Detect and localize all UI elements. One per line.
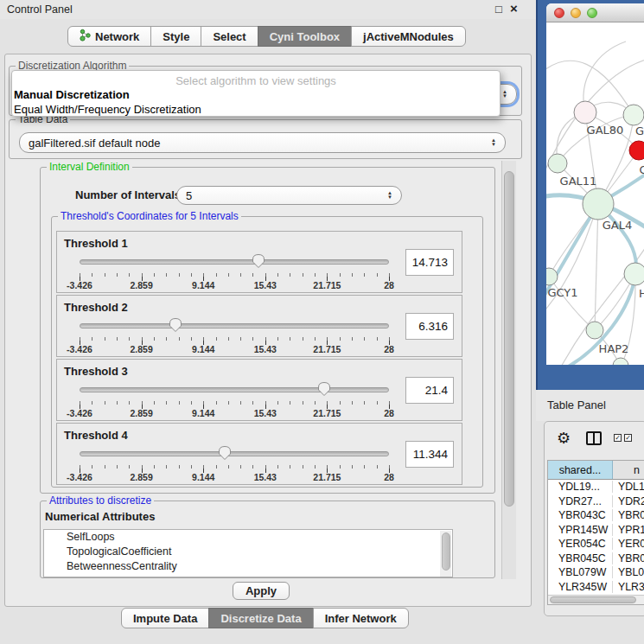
tab-network[interactable]: Network: [67, 26, 151, 47]
table-panel-toolbar: ⚙ ✓ ✓: [545, 422, 644, 456]
apply-button[interactable]: Apply: [233, 582, 290, 600]
node-label: C: [639, 163, 644, 176]
threshold-3-card: Threshold 3 -3.426 2.859 9.144 15.43 21.…: [56, 359, 462, 421]
table-panel-title: Table Panel: [547, 399, 606, 411]
node-gal4[interactable]: [583, 188, 614, 220]
node-hap2[interactable]: [586, 322, 603, 339]
checkbox-icon[interactable]: ✓: [614, 434, 622, 442]
slider-track[interactable]: [80, 451, 389, 456]
screenshot-root: Control Panel □ × Network Style Select: [0, 0, 644, 644]
tab-infer-network[interactable]: Infer Network: [313, 608, 409, 628]
table-row[interactable]: YER054CYER0: [548, 537, 644, 552]
tab-style[interactable]: Style: [150, 26, 201, 47]
checkbox-icon[interactable]: ✓: [624, 434, 632, 442]
cyni-bottom-tabs: Impute Data Discretize Data Infer Networ…: [121, 608, 409, 628]
threshold-1-value-field[interactable]: [405, 249, 454, 276]
slider-track[interactable]: [80, 259, 389, 265]
tab-label: jActiveMNodules: [363, 30, 454, 43]
tab-label: Network: [95, 30, 139, 43]
threshold-label: Threshold 1: [64, 237, 128, 250]
node-gcy1[interactable]: [546, 268, 558, 285]
node-red[interactable]: [629, 141, 644, 160]
node-gal11[interactable]: [548, 154, 567, 173]
slider-handle[interactable]: [169, 317, 182, 333]
list-vertical-scrollbar[interactable]: [440, 531, 451, 577]
threshold-label: Threshold 3: [64, 365, 128, 378]
slider-tick-labels: -3.426 2.859 9.144 15.43 21.715 28: [80, 280, 389, 292]
threshold-2-value-field[interactable]: [405, 313, 454, 340]
node-label: HAP2: [599, 342, 629, 355]
number-of-intervals-label: Number of Intervals: [75, 188, 181, 201]
dropdown-item-manual-discretization[interactable]: Manual Discretization: [14, 88, 130, 101]
table-row[interactable]: YBR045CYBR0: [548, 552, 644, 566]
network-canvas[interactable]: GAL80 G. C GAL11 GAL4 GCY1 H HAP2: [546, 22, 644, 365]
threshold-4-value-field[interactable]: [405, 441, 454, 468]
table-row[interactable]: YPR145WYPR1: [548, 523, 644, 538]
column-header-shared[interactable]: shared...: [548, 461, 613, 479]
group-title: Interval Definition: [47, 161, 132, 173]
tab-label: Style: [163, 30, 189, 43]
algorithm-dropdown-popup: Select algorithm to view settings Manual…: [11, 70, 501, 117]
table-row[interactable]: YDR27...YDR2: [548, 494, 644, 509]
table-panel-bar: Table Panel: [536, 390, 644, 421]
minimize-traffic-light-icon[interactable]: [571, 8, 581, 18]
slider-tick-labels: -3.426 2.859 9.144 15.43 21.715 28: [80, 408, 389, 420]
settings-vertical-scrollbar[interactable]: [501, 161, 516, 579]
scrollbar-thumb[interactable]: [504, 171, 514, 507]
cyni-toolbox-panel: Discretization Algorithm ▲▼ Select algor…: [4, 54, 532, 607]
table-row[interactable]: YLR345WYLR3: [548, 580, 644, 595]
control-panel-tabs: Network Style Select Cyni Toolbox jActiv…: [67, 26, 466, 47]
threshold-label: Threshold 2: [64, 301, 128, 314]
thresholds-group: Threshold's Coordinates for 5 Intervals …: [51, 216, 483, 488]
scrollbar-thumb[interactable]: [550, 596, 636, 603]
split-view-icon[interactable]: [586, 431, 602, 445]
node-g[interactable]: [623, 105, 644, 125]
tab-cyni-toolbox[interactable]: Cyni Toolbox: [258, 26, 352, 47]
threshold-2-slider[interactable]: [80, 316, 389, 337]
table-row[interactable]: YBL079WYBL0: [548, 565, 644, 580]
slider-track[interactable]: [80, 387, 389, 392]
table-data-combobox[interactable]: galFiltered.sif default node ▲▼: [19, 132, 506, 153]
dropdown-item-equal-width-frequency[interactable]: Equal Width/Frequency Discretization: [14, 103, 201, 116]
table-row[interactable]: YDL19...YDL1: [548, 480, 644, 494]
threshold-3-value-field[interactable]: [405, 377, 454, 404]
column-header-name[interactable]: n: [613, 461, 644, 479]
threshold-3-slider[interactable]: [80, 380, 389, 401]
node-gal80[interactable]: [574, 101, 596, 124]
node-attribute-table: shared... n YDL19...YDL1 YDR27...YDR2 YB…: [547, 460, 644, 605]
threshold-1-slider[interactable]: [80, 252, 389, 273]
threshold-label: Threshold 4: [64, 429, 128, 442]
tab-label: Impute Data: [133, 612, 197, 625]
close-traffic-light-icon[interactable]: [554, 8, 564, 18]
tab-impute-data[interactable]: Impute Data: [121, 608, 209, 628]
slider-handle[interactable]: [317, 381, 331, 397]
list-item[interactable]: TopologicalCoefficient: [44, 545, 452, 559]
slider-handle[interactable]: [218, 445, 232, 461]
slider-handle[interactable]: [252, 253, 265, 269]
node-partial[interactable]: [613, 358, 628, 365]
list-item[interactable]: BetweennessCentrality: [44, 559, 452, 574]
table-data-group: Table Data galFiltered.sif default node …: [9, 119, 522, 159]
threshold-4-slider[interactable]: [80, 444, 389, 465]
number-of-intervals-combobox[interactable]: 5 ▲▼: [176, 186, 402, 205]
close-icon[interactable]: ×: [510, 1, 518, 16]
scrollbar-thumb[interactable]: [442, 532, 450, 571]
gear-icon[interactable]: ⚙: [557, 429, 571, 448]
tab-jactivemnodules[interactable]: jActiveMNodules: [351, 26, 466, 47]
node-h[interactable]: [624, 263, 644, 285]
tab-select[interactable]: Select: [201, 26, 258, 47]
list-item[interactable]: SelfLoops: [44, 530, 452, 545]
threshold-2-card: Threshold 2 -3.426 2.859 9.144 15.43 21.…: [56, 295, 462, 357]
tab-discretize-data[interactable]: Discretize Data: [208, 608, 313, 628]
group-title: Threshold's Coordinates for 5 Intervals: [58, 210, 241, 222]
zoom-traffic-light-icon[interactable]: [587, 8, 597, 18]
panel-title: Control Panel: [7, 3, 73, 16]
numerical-attributes-label: Numerical Attributes: [45, 510, 155, 523]
table-row[interactable]: YBR043CYBR0: [548, 508, 644, 523]
combo-arrows-icon: ▲▼: [387, 191, 392, 200]
combo-value: 5: [186, 189, 192, 202]
slider-track[interactable]: [80, 323, 389, 328]
float-window-icon[interactable]: □: [495, 3, 502, 16]
table-horizontal-scrollbar[interactable]: [548, 595, 644, 604]
node-label: G.: [635, 124, 644, 137]
